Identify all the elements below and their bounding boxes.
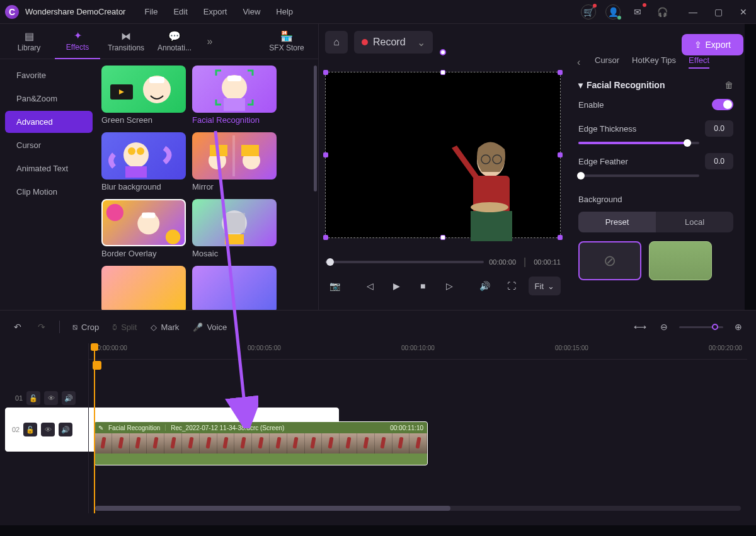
close-icon[interactable]: ✕ — [736, 4, 751, 20]
resize-handle-br[interactable] — [558, 235, 563, 240]
message-icon[interactable]: ✉ — [630, 4, 645, 20]
effect-thumb — [101, 66, 186, 113]
rp-tab-cursor[interactable]: Cursor — [595, 55, 619, 69]
edge-feather-slider[interactable] — [578, 174, 699, 177]
effect-facial-recognition[interactable]: Facial Recognition — [192, 66, 277, 125]
track-lock-button[interactable]: 🔓 — [23, 423, 37, 436]
effect-blur-background[interactable]: Blur background — [101, 132, 186, 191]
record-button[interactable]: Record ⌄ — [354, 31, 433, 54]
redo-button[interactable]: ↷ — [33, 318, 50, 336]
effect-mirror[interactable]: Mirror — [192, 132, 277, 191]
tab-effects[interactable]: ✦ Effects — [55, 24, 100, 59]
sidebar-item-clip-motion[interactable]: Clip Motion — [5, 181, 93, 203]
track-visibility-button[interactable]: 👁 — [41, 423, 55, 436]
edge-feather-value[interactable]: 0.0 — [705, 153, 733, 169]
zoom-knob[interactable] — [712, 324, 718, 330]
rotate-handle[interactable] — [440, 49, 446, 55]
track-mute-button[interactable]: 🔊 — [59, 423, 72, 436]
tab-library[interactable]: ▤ Library — [6, 24, 52, 59]
sidebar-item-advanced[interactable]: Advanced — [5, 111, 93, 133]
fit-width-button[interactable]: ⟷ — [631, 318, 649, 336]
menu-file[interactable]: File — [144, 7, 158, 16]
resize-handle-tl[interactable] — [323, 70, 328, 75]
resize-handle-bl[interactable] — [323, 235, 328, 240]
library-icon: ▤ — [25, 30, 34, 42]
mark-button[interactable]: ◇ Mark — [147, 322, 183, 332]
next-frame-button[interactable]: ▷ — [440, 277, 459, 295]
timeline-ruler[interactable]: 00:00:00:00 00:00:05:00 00:00:10:00 00:0… — [89, 343, 747, 360]
delete-effect-button[interactable]: 🗑 — [724, 80, 733, 90]
edge-thickness-slider[interactable] — [578, 142, 699, 144]
account-icon[interactable]: 👤 — [605, 4, 621, 20]
scrollbar-thumb[interactable] — [314, 66, 317, 191]
seek-bar[interactable] — [325, 261, 484, 263]
timeline-clip[interactable]: ✎ Facial Recognition Rec_2022-07-12 11-3… — [94, 421, 428, 465]
ruler-mark: 00:00:15:00 — [555, 345, 588, 351]
zoom-slider[interactable] — [679, 326, 723, 328]
zoom-in-button[interactable]: ⊕ — [730, 318, 747, 336]
cart-icon[interactable]: 🛒 — [581, 4, 596, 20]
preview-canvas[interactable] — [325, 72, 561, 238]
tab-transitions[interactable]: ⧓ Transitions — [103, 24, 149, 59]
slider-knob[interactable] — [684, 139, 691, 147]
timeline-scrollbar-thumb[interactable] — [95, 506, 450, 511]
tab-more[interactable]: » — [200, 24, 219, 59]
seek-knob[interactable] — [326, 258, 334, 266]
crop-button[interactable]: ⧅ Crop — [69, 322, 103, 332]
track-visibility-button[interactable]: 👁 — [44, 391, 58, 405]
rp-prev-button[interactable]: ‹ — [577, 57, 587, 68]
menu-edit[interactable]: Edit — [173, 7, 187, 16]
resize-handle-bm[interactable] — [440, 235, 445, 240]
tab-sfx-store[interactable]: 🏪 SFX Store — [261, 24, 312, 59]
rp-tab-effect[interactable]: Effect — [689, 55, 709, 69]
sidebar-item-cursor[interactable]: Cursor — [5, 134, 93, 156]
playhead[interactable] — [94, 343, 95, 513]
timeline-tracks[interactable]: 00:00:00:00 00:00:05:00 00:00:10:00 00:0… — [88, 343, 747, 513]
edge-thickness-value[interactable]: 0.0 — [705, 120, 733, 137]
play-button[interactable]: ▶ — [387, 277, 406, 295]
resize-handle-mr[interactable] — [558, 152, 563, 157]
enable-toggle[interactable] — [712, 99, 733, 110]
timeline-scrollbar[interactable] — [95, 506, 741, 511]
stop-button[interactable]: ■ — [413, 277, 432, 295]
effect-green-screen[interactable]: Green Screen — [101, 66, 186, 125]
headset-icon[interactable]: 🎧 — [655, 4, 670, 20]
voice-button[interactable]: 🎤 Voice — [189, 322, 231, 332]
preset-none[interactable]: ⊘ — [578, 241, 641, 280]
menu-help[interactable]: Help — [276, 7, 293, 16]
bg-tab-preset[interactable]: Preset — [578, 212, 656, 232]
zoom-out-button[interactable]: ⊖ — [655, 318, 673, 336]
effect-mosaic[interactable]: Mosaic — [192, 199, 277, 258]
fit-dropdown[interactable]: Fit ⌄ — [529, 277, 561, 295]
caret-down-icon[interactable]: ▾ — [578, 80, 583, 90]
effect-border-overlay[interactable]: Border Overlay — [101, 199, 186, 258]
resize-handle-ml[interactable] — [323, 152, 328, 157]
effect-extra-2[interactable] — [192, 266, 277, 310]
track-lock-button[interactable]: 🔓 — [26, 391, 40, 405]
effect-extra-1[interactable] — [101, 266, 186, 310]
home-button[interactable]: ⌂ — [325, 31, 348, 54]
track-mute-button[interactable]: 🔊 — [62, 391, 76, 405]
sidebar-item-panzoom[interactable]: Pan&Zoom — [5, 88, 93, 110]
bg-tab-local[interactable]: Local — [656, 212, 733, 232]
sidebar-item-animated-text[interactable]: Animated Text — [5, 157, 93, 180]
snapshot-button[interactable]: 📷 — [325, 277, 344, 295]
volume-button[interactable]: 🔊 — [476, 277, 495, 295]
export-button[interactable]: ⇪ Export — [682, 34, 743, 55]
maximize-icon[interactable]: ▢ — [711, 4, 726, 20]
undo-button[interactable]: ↶ — [9, 318, 26, 336]
resize-handle-tr[interactable] — [558, 70, 563, 75]
prev-frame-button[interactable]: ◁ — [360, 277, 379, 295]
menu-export[interactable]: Export — [203, 7, 227, 16]
sidebar-item-favorite[interactable]: Favorite — [5, 64, 93, 86]
slider-knob[interactable] — [577, 172, 585, 180]
rp-tab-hotkey-tips[interactable]: HotKey Tips — [632, 55, 676, 69]
preset-green[interactable] — [649, 241, 712, 280]
fullscreen-button[interactable]: ⛶ — [502, 277, 521, 295]
resize-handle-tm[interactable] — [440, 70, 445, 75]
current-time: 00:00:00 — [489, 258, 516, 266]
menu-view[interactable]: View — [243, 7, 260, 16]
split-button[interactable]: ⧮ Split — [109, 322, 140, 332]
minimize-icon[interactable]: ― — [685, 4, 701, 20]
tab-annotations[interactable]: 💬 Annotati... — [152, 24, 197, 59]
